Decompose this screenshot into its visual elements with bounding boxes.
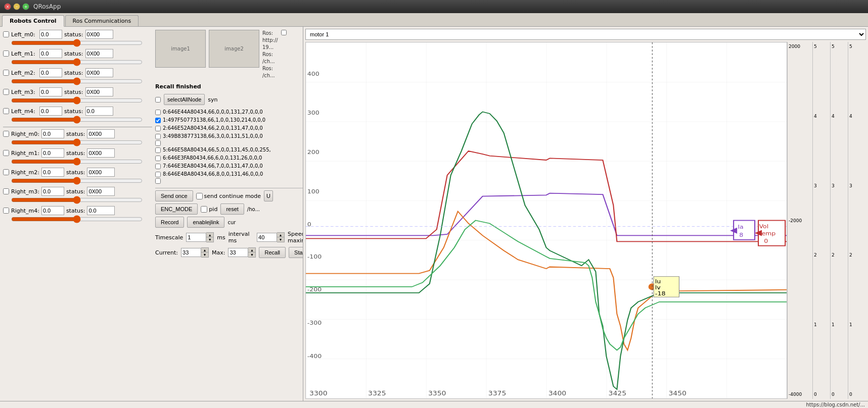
motor-slider-right-m4[interactable] <box>11 216 143 223</box>
current-spinner[interactable]: ▲ ▼ <box>181 247 209 258</box>
motor-slider-left-m4[interactable] <box>11 116 143 123</box>
node-checkbox-7[interactable] <box>155 164 161 169</box>
motor-label-left-m3: Left_m3: <box>11 89 37 95</box>
motor-slider-left-m1[interactable] <box>11 59 143 66</box>
enc-mode-button[interactable]: ENC_MODE <box>155 203 198 215</box>
current-input[interactable] <box>181 248 201 257</box>
motor-value-right-m1[interactable] <box>41 148 64 158</box>
timescale-up[interactable]: ▲ <box>206 233 213 237</box>
chart-svg[interactable]: 3300 3325 3350 3375 3400 3425 3450 400 3… <box>305 42 787 399</box>
close-button[interactable]: × <box>4 3 11 10</box>
motor-checkbox-left-m4[interactable] <box>3 108 9 114</box>
motor-status-right-m2[interactable] <box>87 168 115 177</box>
interval-down[interactable]: ▼ <box>277 237 284 242</box>
current-down[interactable]: ▼ <box>201 252 208 257</box>
motor-value-left-m4[interactable] <box>39 107 62 116</box>
motor-checkbox-left-m1[interactable] <box>3 50 9 57</box>
maximize-button[interactable]: + <box>22 3 29 10</box>
motor-status-label-left-m1: status: <box>64 50 83 57</box>
send-continue-check[interactable]: send continue mode <box>196 193 261 199</box>
node-checkbox-5[interactable] <box>155 147 161 153</box>
motor-slider-right-m0[interactable] <box>11 139 143 146</box>
motor-slider-right-m2[interactable] <box>11 177 143 184</box>
svg-text:-18: -18 <box>655 290 666 297</box>
motor-slider-left-m2[interactable] <box>11 78 143 85</box>
motor-value-left-m3[interactable] <box>39 87 62 96</box>
interval-spinner[interactable]: ▲ ▼ <box>257 232 285 242</box>
motor-slider-right-m1[interactable] <box>11 158 143 165</box>
motor-checkbox-right-m3[interactable] <box>3 188 9 194</box>
tab-ros-communications[interactable]: Ros Communications <box>65 15 139 26</box>
record-button[interactable]: Record <box>155 217 184 228</box>
motor-value-right-m2[interactable] <box>41 168 64 177</box>
node-checkbox-8[interactable] <box>155 172 161 177</box>
node-checkbox-6[interactable] <box>155 156 161 161</box>
send-once-button[interactable]: Send once <box>155 190 193 201</box>
motor-value-right-m0[interactable] <box>41 129 64 138</box>
motor-value-right-m4[interactable] <box>41 206 64 215</box>
motor-checkbox-right-m0[interactable] <box>3 131 9 137</box>
y1-label-5: 5 <box>814 44 829 49</box>
window-controls[interactable]: × – + <box>4 3 29 10</box>
tab-robots-control[interactable]: Robots Control <box>2 15 64 27</box>
timescale-down[interactable]: ▼ <box>206 237 213 242</box>
recall-button[interactable]: Recall <box>259 247 286 258</box>
motor-checkbox-right-m1[interactable] <box>3 150 9 156</box>
motor-status-left-m3[interactable] <box>85 87 113 96</box>
recall-finished-label: Recall finished <box>155 83 303 90</box>
max-up[interactable]: ▲ <box>248 248 255 252</box>
motor-value-left-m0[interactable] <box>39 30 62 39</box>
node-checkbox-9[interactable] <box>155 178 161 184</box>
node-checkbox-1[interactable] <box>155 118 161 123</box>
interval-up[interactable]: ▲ <box>277 233 284 237</box>
select-all-checkbox[interactable] <box>155 97 161 103</box>
motor-checkbox-left-m0[interactable] <box>3 31 9 37</box>
max-input[interactable] <box>228 248 248 257</box>
motor-checkbox-left-m3[interactable] <box>3 89 9 95</box>
enablejlink-button[interactable]: enablejlink <box>187 217 224 228</box>
motor-checkbox-right-m4[interactable] <box>3 208 9 214</box>
motor-status-right-m0[interactable] <box>87 129 115 138</box>
pid-checkbox[interactable] <box>201 206 207 213</box>
send-continue-checkbox[interactable] <box>196 193 203 199</box>
motor-slider-left-m3[interactable] <box>11 97 143 104</box>
motor-status-left-m0[interactable] <box>85 30 113 39</box>
max-down[interactable]: ▼ <box>248 252 255 257</box>
motor-value-left-m1[interactable] <box>39 49 62 58</box>
motor-status-right-m1[interactable] <box>87 148 115 158</box>
node-checkbox-3[interactable] <box>155 134 161 139</box>
motor-value-right-m3[interactable] <box>41 187 64 196</box>
motor-slider-left-m0[interactable] <box>11 39 143 46</box>
select-all-node-button[interactable]: selectAllNode <box>164 94 205 105</box>
current-up[interactable]: ▲ <box>201 248 208 252</box>
motor-status-left-m4[interactable] <box>85 107 113 116</box>
motor-status-left-m2[interactable] <box>85 68 113 77</box>
checkbox-top-right[interactable] <box>281 30 287 35</box>
reset-button[interactable]: reset <box>220 203 244 215</box>
y-axis-large: 2000 -2000 -4000 <box>788 42 813 399</box>
node-checkbox-0[interactable] <box>155 110 161 115</box>
max-spinner[interactable]: ▲ ▼ <box>228 247 256 258</box>
motor-checkbox-right-m2[interactable] <box>3 169 9 175</box>
motor-status-right-m3[interactable] <box>87 187 115 196</box>
minimize-button[interactable]: – <box>13 3 20 10</box>
interval-input[interactable] <box>257 233 277 242</box>
motor-status-right-m4[interactable] <box>87 206 115 215</box>
update-button[interactable]: U <box>264 190 273 201</box>
motor-slider-right-m3[interactable] <box>11 196 143 203</box>
pid-check[interactable]: pid <box>201 206 217 213</box>
svg-text:3425: 3425 <box>609 390 627 397</box>
left-split: Left_m0: status: Left_m1: <box>3 30 300 398</box>
chart-motor-select[interactable]: motor 1 <box>305 29 866 40</box>
node-checkbox-2[interactable] <box>155 126 161 131</box>
motor-status-label-left-m0: status: <box>64 31 83 38</box>
motor-checkbox-left-m2[interactable] <box>3 70 9 76</box>
motor-status-left-m1[interactable] <box>85 49 113 58</box>
node-checkbox-4[interactable] <box>155 140 161 146</box>
start-button[interactable]: Start <box>289 247 303 258</box>
motor-label-right-m1: Right_m1: <box>11 150 39 157</box>
timescale-spinner[interactable]: ▲ ▼ <box>186 232 214 242</box>
content-area: Left_m0: status: Left_m1: <box>0 27 868 401</box>
motor-value-left-m2[interactable] <box>39 68 62 77</box>
timescale-input[interactable] <box>186 233 206 242</box>
